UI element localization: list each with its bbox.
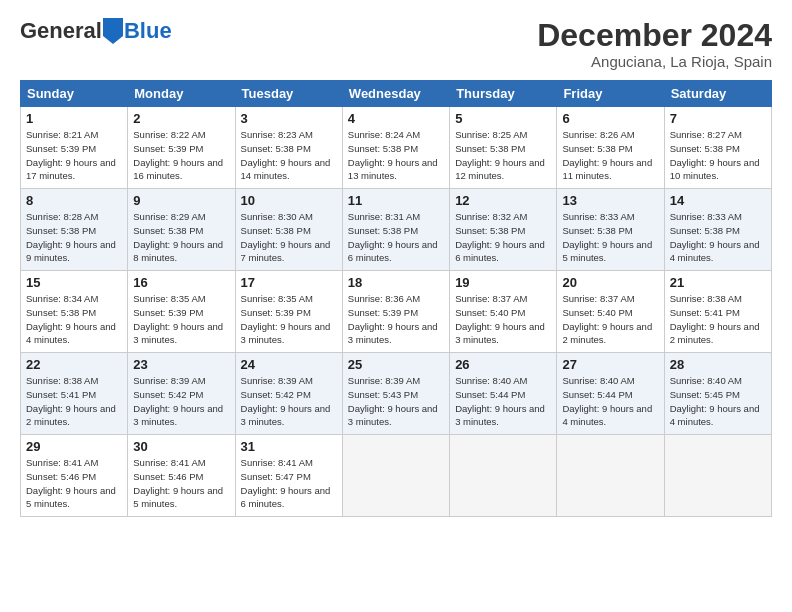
day-number: 17 xyxy=(241,275,337,290)
location: Anguciana, La Rioja, Spain xyxy=(537,53,772,70)
day-info: Sunrise: 8:38 AMSunset: 5:41 PMDaylight:… xyxy=(670,292,766,347)
day-info: Sunrise: 8:32 AMSunset: 5:38 PMDaylight:… xyxy=(455,210,551,265)
day-info: Sunrise: 8:23 AMSunset: 5:38 PMDaylight:… xyxy=(241,128,337,183)
calendar-day-cell xyxy=(557,435,664,517)
calendar-day-cell: 29Sunrise: 8:41 AMSunset: 5:46 PMDayligh… xyxy=(21,435,128,517)
day-number: 29 xyxy=(26,439,122,454)
calendar-week-row: 29Sunrise: 8:41 AMSunset: 5:46 PMDayligh… xyxy=(21,435,772,517)
day-info: Sunrise: 8:27 AMSunset: 5:38 PMDaylight:… xyxy=(670,128,766,183)
calendar-day-cell: 12Sunrise: 8:32 AMSunset: 5:38 PMDayligh… xyxy=(450,189,557,271)
calendar-table: SundayMondayTuesdayWednesdayThursdayFrid… xyxy=(20,80,772,517)
calendar-day-cell: 4Sunrise: 8:24 AMSunset: 5:38 PMDaylight… xyxy=(342,107,449,189)
day-info: Sunrise: 8:28 AMSunset: 5:38 PMDaylight:… xyxy=(26,210,122,265)
day-number: 16 xyxy=(133,275,229,290)
day-number: 11 xyxy=(348,193,444,208)
title-block: December 2024 Anguciana, La Rioja, Spain xyxy=(537,18,772,70)
day-info: Sunrise: 8:39 AMSunset: 5:43 PMDaylight:… xyxy=(348,374,444,429)
calendar-day-cell: 7Sunrise: 8:27 AMSunset: 5:38 PMDaylight… xyxy=(664,107,771,189)
calendar-day-cell: 22Sunrise: 8:38 AMSunset: 5:41 PMDayligh… xyxy=(21,353,128,435)
day-number: 15 xyxy=(26,275,122,290)
calendar-day-cell: 31Sunrise: 8:41 AMSunset: 5:47 PMDayligh… xyxy=(235,435,342,517)
day-info: Sunrise: 8:35 AMSunset: 5:39 PMDaylight:… xyxy=(133,292,229,347)
calendar-header-thursday: Thursday xyxy=(450,81,557,107)
calendar-week-row: 1Sunrise: 8:21 AMSunset: 5:39 PMDaylight… xyxy=(21,107,772,189)
day-number: 8 xyxy=(26,193,122,208)
day-info: Sunrise: 8:35 AMSunset: 5:39 PMDaylight:… xyxy=(241,292,337,347)
day-number: 6 xyxy=(562,111,658,126)
day-info: Sunrise: 8:39 AMSunset: 5:42 PMDaylight:… xyxy=(133,374,229,429)
calendar-day-cell: 15Sunrise: 8:34 AMSunset: 5:38 PMDayligh… xyxy=(21,271,128,353)
day-number: 25 xyxy=(348,357,444,372)
day-info: Sunrise: 8:34 AMSunset: 5:38 PMDaylight:… xyxy=(26,292,122,347)
day-number: 5 xyxy=(455,111,551,126)
day-info: Sunrise: 8:26 AMSunset: 5:38 PMDaylight:… xyxy=(562,128,658,183)
month-title: December 2024 xyxy=(537,18,772,53)
day-number: 23 xyxy=(133,357,229,372)
logo: General Blue xyxy=(20,18,172,44)
day-info: Sunrise: 8:29 AMSunset: 5:38 PMDaylight:… xyxy=(133,210,229,265)
calendar-day-cell: 5Sunrise: 8:25 AMSunset: 5:38 PMDaylight… xyxy=(450,107,557,189)
day-number: 14 xyxy=(670,193,766,208)
day-info: Sunrise: 8:36 AMSunset: 5:39 PMDaylight:… xyxy=(348,292,444,347)
calendar-day-cell: 20Sunrise: 8:37 AMSunset: 5:40 PMDayligh… xyxy=(557,271,664,353)
day-number: 18 xyxy=(348,275,444,290)
day-number: 22 xyxy=(26,357,122,372)
day-info: Sunrise: 8:25 AMSunset: 5:38 PMDaylight:… xyxy=(455,128,551,183)
day-number: 30 xyxy=(133,439,229,454)
calendar-day-cell xyxy=(450,435,557,517)
calendar-header-sunday: Sunday xyxy=(21,81,128,107)
calendar-day-cell: 13Sunrise: 8:33 AMSunset: 5:38 PMDayligh… xyxy=(557,189,664,271)
calendar-day-cell: 3Sunrise: 8:23 AMSunset: 5:38 PMDaylight… xyxy=(235,107,342,189)
day-number: 9 xyxy=(133,193,229,208)
day-number: 24 xyxy=(241,357,337,372)
calendar-day-cell: 26Sunrise: 8:40 AMSunset: 5:44 PMDayligh… xyxy=(450,353,557,435)
day-number: 26 xyxy=(455,357,551,372)
calendar-day-cell xyxy=(342,435,449,517)
calendar-header-saturday: Saturday xyxy=(664,81,771,107)
day-info: Sunrise: 8:41 AMSunset: 5:46 PMDaylight:… xyxy=(133,456,229,511)
header: General Blue December 2024 Anguciana, La… xyxy=(20,18,772,70)
calendar-week-row: 22Sunrise: 8:38 AMSunset: 5:41 PMDayligh… xyxy=(21,353,772,435)
calendar-day-cell: 19Sunrise: 8:37 AMSunset: 5:40 PMDayligh… xyxy=(450,271,557,353)
calendar-day-cell: 23Sunrise: 8:39 AMSunset: 5:42 PMDayligh… xyxy=(128,353,235,435)
day-number: 28 xyxy=(670,357,766,372)
day-info: Sunrise: 8:37 AMSunset: 5:40 PMDaylight:… xyxy=(562,292,658,347)
calendar-day-cell: 9Sunrise: 8:29 AMSunset: 5:38 PMDaylight… xyxy=(128,189,235,271)
calendar-day-cell xyxy=(664,435,771,517)
day-info: Sunrise: 8:41 AMSunset: 5:47 PMDaylight:… xyxy=(241,456,337,511)
calendar-day-cell: 10Sunrise: 8:30 AMSunset: 5:38 PMDayligh… xyxy=(235,189,342,271)
calendar-day-cell: 18Sunrise: 8:36 AMSunset: 5:39 PMDayligh… xyxy=(342,271,449,353)
day-number: 21 xyxy=(670,275,766,290)
day-info: Sunrise: 8:33 AMSunset: 5:38 PMDaylight:… xyxy=(670,210,766,265)
day-info: Sunrise: 8:21 AMSunset: 5:39 PMDaylight:… xyxy=(26,128,122,183)
calendar-week-row: 15Sunrise: 8:34 AMSunset: 5:38 PMDayligh… xyxy=(21,271,772,353)
calendar-day-cell: 30Sunrise: 8:41 AMSunset: 5:46 PMDayligh… xyxy=(128,435,235,517)
day-number: 10 xyxy=(241,193,337,208)
calendar-day-cell: 11Sunrise: 8:31 AMSunset: 5:38 PMDayligh… xyxy=(342,189,449,271)
calendar-day-cell: 21Sunrise: 8:38 AMSunset: 5:41 PMDayligh… xyxy=(664,271,771,353)
day-info: Sunrise: 8:33 AMSunset: 5:38 PMDaylight:… xyxy=(562,210,658,265)
day-number: 20 xyxy=(562,275,658,290)
calendar-day-cell: 6Sunrise: 8:26 AMSunset: 5:38 PMDaylight… xyxy=(557,107,664,189)
day-info: Sunrise: 8:40 AMSunset: 5:44 PMDaylight:… xyxy=(562,374,658,429)
calendar-day-cell: 8Sunrise: 8:28 AMSunset: 5:38 PMDaylight… xyxy=(21,189,128,271)
day-info: Sunrise: 8:37 AMSunset: 5:40 PMDaylight:… xyxy=(455,292,551,347)
svg-marker-0 xyxy=(103,18,123,44)
calendar-day-cell: 24Sunrise: 8:39 AMSunset: 5:42 PMDayligh… xyxy=(235,353,342,435)
page: General Blue December 2024 Anguciana, La… xyxy=(0,0,792,612)
calendar-header-monday: Monday xyxy=(128,81,235,107)
calendar-header-wednesday: Wednesday xyxy=(342,81,449,107)
day-info: Sunrise: 8:41 AMSunset: 5:46 PMDaylight:… xyxy=(26,456,122,511)
calendar-day-cell: 27Sunrise: 8:40 AMSunset: 5:44 PMDayligh… xyxy=(557,353,664,435)
calendar-day-cell: 1Sunrise: 8:21 AMSunset: 5:39 PMDaylight… xyxy=(21,107,128,189)
day-info: Sunrise: 8:31 AMSunset: 5:38 PMDaylight:… xyxy=(348,210,444,265)
day-info: Sunrise: 8:22 AMSunset: 5:39 PMDaylight:… xyxy=(133,128,229,183)
day-number: 7 xyxy=(670,111,766,126)
day-info: Sunrise: 8:24 AMSunset: 5:38 PMDaylight:… xyxy=(348,128,444,183)
calendar-week-row: 8Sunrise: 8:28 AMSunset: 5:38 PMDaylight… xyxy=(21,189,772,271)
day-number: 19 xyxy=(455,275,551,290)
day-number: 2 xyxy=(133,111,229,126)
calendar-day-cell: 28Sunrise: 8:40 AMSunset: 5:45 PMDayligh… xyxy=(664,353,771,435)
day-info: Sunrise: 8:38 AMSunset: 5:41 PMDaylight:… xyxy=(26,374,122,429)
logo-general: General xyxy=(20,18,102,44)
